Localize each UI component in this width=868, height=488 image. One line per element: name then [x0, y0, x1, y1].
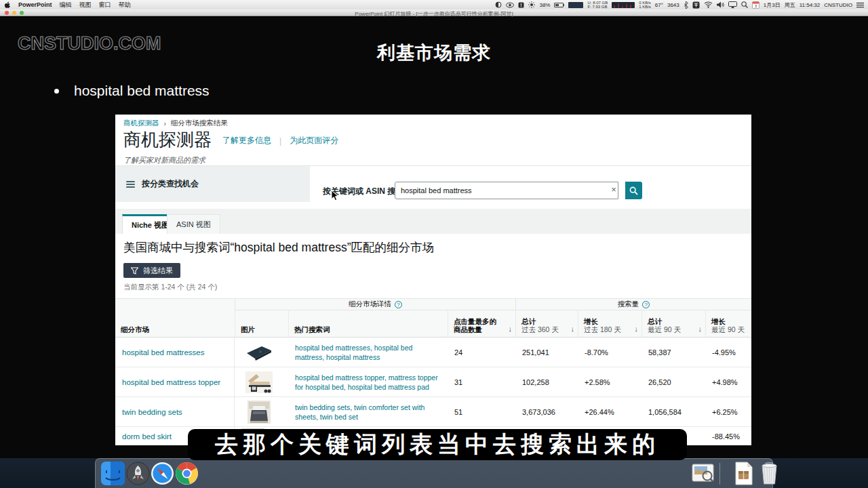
- learn-more-link[interactable]: 了解更多信息: [222, 135, 271, 146]
- link-divider: |: [279, 136, 281, 146]
- apple-menu-icon[interactable]: [4, 1, 11, 9]
- keyword-search-input[interactable]: [395, 182, 618, 199]
- col-top-products[interactable]: 点击量最多的商品数量 ↓: [448, 310, 515, 337]
- cpu-graph-icon: [612, 2, 635, 8]
- growth-90-value: -88.45%: [712, 432, 740, 441]
- col-total-90[interactable]: 总计 最近 90 天 ↓: [642, 310, 705, 337]
- growth-90-value: +4.98%: [712, 378, 738, 386]
- top-products-value: 31: [454, 378, 462, 386]
- table-header-row: 细分市场 图片 热门搜索词 点击量最多的商品数量 ↓ 总计 过去 360 天 ↓…: [115, 310, 751, 338]
- niche-link[interactable]: hospital bed mattresses: [122, 348, 204, 357]
- keywords-link[interactable]: twin bedding sets, twin comforter set wi…: [295, 403, 443, 422]
- niche-link[interactable]: hospital bed mattress topper: [122, 378, 220, 386]
- keywords-link[interactable]: hospital bed mattress topper, mattress t…: [295, 373, 443, 392]
- menu-help[interactable]: 帮助: [119, 1, 131, 9]
- bullet-dot-icon: [54, 89, 59, 94]
- breadcrumb: 商机探测器 › 细分市场搜索结果: [123, 119, 228, 128]
- battery-percentage: 38%: [539, 2, 550, 8]
- fan-rpm-readout: 3643: [667, 2, 679, 8]
- col-growth-90[interactable]: 增长 最近 90 天: [705, 310, 751, 337]
- growth-180-value: -8.70%: [585, 348, 608, 357]
- mattress-photo: [241, 341, 277, 364]
- trash-icon[interactable]: [757, 462, 781, 485]
- filter-results-label: 筛选结果: [143, 266, 173, 276]
- niche-link[interactable]: twin bedding sets: [122, 408, 182, 416]
- alert-icon[interactable]: !: [518, 2, 524, 8]
- memory-readout: U: 8.07 GB F: 7.93 GB: [587, 1, 608, 9]
- total-90-value: 26,520: [648, 378, 671, 386]
- total-360-value: 102,258: [522, 378, 549, 386]
- menubar-account[interactable]: CNSTUDIO: [824, 2, 852, 8]
- niche-link[interactable]: dorm bed skirt: [122, 432, 172, 441]
- page-title: 商机探测器: [123, 129, 212, 150]
- breadcrumb-root-link[interactable]: 商机探测器: [123, 119, 159, 128]
- preview-icon[interactable]: [691, 462, 715, 485]
- result-count: 当前显示第 1-24 个 (共 24 个): [123, 283, 217, 292]
- group-header-details: 细分市场详情 ?: [235, 299, 515, 310]
- sort-down-icon[interactable]: ↓: [698, 325, 703, 333]
- slide-title: 利基市场需求: [0, 41, 868, 65]
- memory-meter-icon: [568, 2, 583, 8]
- category-browse-button[interactable]: 按分类查找机会: [115, 166, 310, 202]
- eye-icon[interactable]: [506, 2, 514, 8]
- subtitle-overlay: 去那个关键词列表当中去搜索出来的: [188, 429, 687, 460]
- subtitle-text: 去那个关键词列表当中去搜索出来的: [215, 429, 660, 460]
- col-total-360[interactable]: 总计 过去 360 天 ↓: [515, 310, 578, 337]
- sort-down-icon[interactable]: ↓: [509, 325, 513, 333]
- top-products-value: 51: [454, 408, 462, 416]
- menu-view[interactable]: 视图: [79, 1, 92, 9]
- info-icon[interactable]: ?: [642, 301, 650, 308]
- top-products-value: 24: [454, 348, 462, 357]
- tab-band: Niche 视图 ASIN 视图: [115, 209, 751, 234]
- downloads-icon[interactable]: [732, 462, 755, 485]
- menubar-weekday: 周五: [785, 1, 795, 9]
- menu-window[interactable]: 窗口: [99, 1, 111, 9]
- filter-results-button[interactable]: 筛选结果: [123, 263, 180, 278]
- total-360-value: 3,673,036: [522, 408, 555, 416]
- table-row: twin bedding sets twin bedding sets, twi…: [115, 397, 751, 427]
- menubar-clock[interactable]: 11:54:32: [800, 2, 821, 8]
- network-readout: 0 KB/s 1 KB/s: [639, 1, 651, 9]
- brightness-icon[interactable]: [528, 1, 535, 8]
- input-source-icon[interactable]: [692, 1, 700, 9]
- keywords-link[interactable]: hospital bed mattresses, hospital bed ma…: [295, 343, 443, 362]
- niche-table: 细分市场详情 ? 搜索量 ? 细分市场 图片 热门搜索词 点击量最多的商品数量 …: [115, 298, 751, 445]
- chrome-icon[interactable]: [175, 462, 199, 485]
- finder-icon[interactable]: [101, 462, 125, 485]
- info-icon[interactable]: ?: [395, 301, 402, 308]
- airplay-icon[interactable]: [728, 1, 737, 8]
- calendar-icon[interactable]: 3: [752, 1, 760, 9]
- tab-asin-view[interactable]: ASIN 视图: [167, 214, 220, 234]
- bluetooth-icon[interactable]: [684, 1, 688, 9]
- category-browse-label: 按分类查找机会: [142, 178, 199, 190]
- rate-page-link[interactable]: 为此页面评分: [290, 135, 338, 146]
- growth-90-value: -4.95%: [712, 348, 736, 357]
- menu-list-icon[interactable]: [856, 2, 864, 8]
- window-title: PowerPoint 幻灯片放映 - [一步一步教你选品可行性分析案例-阿甘]: [0, 10, 868, 18]
- menu-edit[interactable]: 编辑: [60, 1, 72, 9]
- mouse-cursor: [331, 190, 339, 201]
- bullet-text: hospital bed mattress: [74, 83, 210, 99]
- group-header-volume: 搜索量 ?: [515, 299, 751, 310]
- launchpad-icon[interactable]: [126, 462, 150, 485]
- clear-search-icon[interactable]: ×: [609, 184, 618, 195]
- wifi-icon[interactable]: [704, 1, 713, 8]
- menubar-date[interactable]: 1月3日: [764, 1, 781, 9]
- macos-menubar: PowerPoint 编辑 视图 窗口 帮助 ! 38% U: 8.07 GB …: [0, 0, 868, 9]
- window-titlebar: PowerPoint 幻灯片放映 - [一步一步教你选品可行性分析案例-阿甘]: [0, 9, 868, 16]
- hamburger-icon: [126, 181, 135, 188]
- col-growth-180[interactable]: 增长 过去 180 天 ↓: [578, 310, 642, 337]
- safari-icon[interactable]: [151, 462, 174, 485]
- table-row: hospital bed mattress topper hospital be…: [115, 367, 751, 397]
- sort-down-icon[interactable]: ↓: [635, 325, 639, 333]
- dim-circle-icon[interactable]: [495, 1, 502, 8]
- growth-180-value: +26.44%: [585, 408, 614, 416]
- sort-down-icon[interactable]: ↓: [571, 325, 575, 333]
- menubar-app-name[interactable]: PowerPoint: [18, 1, 52, 8]
- volume-icon[interactable]: [717, 1, 724, 8]
- opportunity-explorer-panel: 商机探测器 › 细分市场搜索结果 商机探测器 了解更多信息 | 为此页面评分 了…: [115, 115, 751, 445]
- search-icon[interactable]: [741, 1, 748, 8]
- hospital-bed-photo: [241, 371, 277, 394]
- svg-text:3: 3: [755, 4, 757, 8]
- search-button[interactable]: [625, 182, 642, 199]
